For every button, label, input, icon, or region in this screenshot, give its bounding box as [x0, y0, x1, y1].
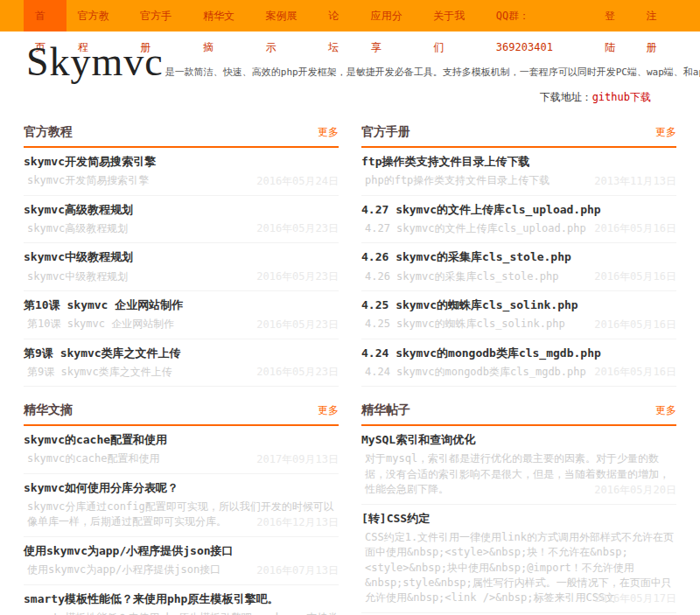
article-title[interactable]: smarty模板性能低？来使用php原生模板引擎吧。 [24, 592, 339, 606]
article-item: skymvc如何使用分库分表呢？ skymvc分库通过config配置即可实现，… [24, 474, 339, 537]
more-link[interactable]: 更多 [655, 125, 676, 140]
nav-item-showcase[interactable]: 案例展示 [254, 0, 317, 31]
article-meta: 4.25 skymvc的蜘蛛库cls_solink.php 2016年05月16… [361, 317, 676, 332]
nav-item-digest[interactable]: 精华文摘 [192, 0, 255, 31]
nav-item-official-tutorials[interactable]: 官方教程 [66, 0, 130, 31]
more-link[interactable]: 更多 [655, 403, 676, 418]
nav-item-home[interactable]: 首页 [24, 0, 66, 31]
section-header: 精华文摘 更多 [24, 395, 339, 426]
article-meta: CSS约定1.文件引用一律使用link的方式调用外部样式不允许在页面中使用&nb… [361, 530, 676, 606]
article-meta: 第9课 skymvc类库之文件上传 2016年05月23日 [24, 365, 339, 380]
article-meta: 4.24 skymvc的mongodb类库cls_mgdb.php 2016年0… [361, 365, 676, 380]
article-item: 4.26 skymvc的采集库cls_stole.php 4.26 skymvc… [361, 243, 676, 291]
section-title: 官方教程 [24, 124, 73, 140]
article-item: skymvc的cache配置和使用 skymvc的cache配置和使用 2017… [24, 426, 339, 474]
article-item: 第9课 skymvc类库之文件上传 第9课 skymvc类库之文件上传 2016… [24, 339, 339, 388]
section-header: 官方手册 更多 [361, 117, 676, 148]
more-link[interactable]: 更多 [318, 125, 339, 140]
login-link[interactable]: 登陆 [593, 0, 634, 31]
logo-row: Skymvc 是一款简洁、快速、高效的php开发框架，是敏捷开发必备工具。支持多… [26, 38, 674, 85]
article-item: 使用skymvc为app/小程序提供json接口 使用skymvc为app/小程… [24, 537, 339, 585]
article-list: skymvc的cache配置和使用 skymvc的cache配置和使用 2017… [24, 426, 339, 615]
navbar-inner: 首页 官方教程 官方手册 精华文摘 案例展示 论坛 应用分享 关于我们 QQ群：… [24, 0, 676, 31]
article-item: MySQL索引和查询优化 对于mysql，索引都是进行优化的最主要的因素。对于少… [361, 426, 676, 504]
article-meta: skymvc中级教程规划 2016年05月23日 [24, 269, 339, 284]
article-title[interactable]: skymvc的cache配置和使用 [24, 433, 339, 447]
nav-qq-group: QQ群：369203401 [485, 0, 593, 31]
section-digest: 精华文摘 更多 skymvc的cache配置和使用 skymvc的cache配置… [24, 395, 339, 615]
article-date: 2016年05月23日 [256, 318, 339, 332]
article-title[interactable]: skymvc高级教程规划 [24, 203, 339, 217]
article-date: 2016年05月23日 [256, 269, 339, 284]
article-item: 4.27 skymvc的文件上传库cls_upload.php 4.27 sky… [361, 196, 676, 244]
register-link[interactable]: 注册 [635, 0, 676, 31]
article-title[interactable]: MySQL索引和查询优化 [361, 433, 676, 447]
section-header: 精华帖子 更多 [361, 395, 676, 426]
section-header: 官方教程 更多 [24, 117, 339, 148]
article-title[interactable]: skymvc开发简易搜索引擎 [24, 155, 339, 169]
article-title[interactable]: skymvc如何使用分库分表呢？ [24, 481, 339, 495]
nav-item-about[interactable]: 关于我们 [422, 0, 485, 31]
article-item: 4.24 skymvc的mongodb类库cls_mgdb.php 4.24 s… [361, 339, 676, 388]
site-logo: Skymvc [26, 38, 164, 85]
download-row: 下载地址：github下载 [26, 85, 674, 105]
article-meta: skymvc的cache配置和使用 2017年09月13日 [24, 451, 339, 466]
article-item: 4.25 skymvc的蜘蛛库cls_solink.php 4.25 skymv… [361, 291, 676, 339]
article-list: MySQL索引和查询优化 对于mysql，索引都是进行优化的最主要的因素。对于少… [361, 426, 676, 613]
article-meta: skymvc高级教程规划 2016年05月23日 [24, 221, 339, 236]
section-title: 官方手册 [361, 124, 410, 140]
article-item: skymvc中级教程规划 skymvc中级教程规划 2016年05月23日 [24, 243, 339, 291]
article-item: skymvc高级教程规划 skymvc高级教程规划 2016年05月23日 [24, 196, 339, 244]
article-title[interactable]: [转]CSS约定 [361, 512, 676, 526]
article-meta: 对于mysql，索引都是进行优化的最主要的因素。对于少量的数据，没有合适的索引影… [361, 451, 676, 497]
article-date: 2013年11月13日 [594, 174, 676, 189]
article-title[interactable]: 第10课 skymvc 企业网站制作 [24, 298, 339, 312]
more-link[interactable]: 更多 [318, 403, 339, 418]
article-date: 2016年05月24日 [256, 174, 339, 189]
article-date: 2016年05月16日 [594, 221, 676, 236]
section-title: 精华文摘 [24, 402, 73, 418]
article-desc: smarty模板性能低？来使用php原生模板引擎吧。 skymvc支持类smar… [24, 611, 339, 615]
article-title[interactable]: 4.26 skymvc的采集库cls_stole.php [361, 250, 676, 264]
download-label: 下载地址： [540, 91, 592, 103]
section-official-manual: 官方手册 更多 ftp操作类支持文件目录上传下载 php的ftp操作类支持文件目… [361, 117, 676, 387]
article-title[interactable]: 4.25 skymvc的蜘蛛库cls_solink.php [361, 298, 676, 312]
article-meta: 第10课 skymvc 企业网站制作 2016年05月23日 [24, 317, 339, 332]
article-meta: smarty模板性能低？来使用php原生模板引擎吧。 skymvc支持类smar… [24, 611, 339, 615]
article-date: 2016年05月20日 [594, 483, 676, 498]
article-list: ftp操作类支持文件目录上传下载 php的ftp操作类支持文件目录上传下载 20… [361, 148, 676, 387]
nav-item-official-manual[interactable]: 官方手册 [129, 0, 192, 31]
article-list: skymvc开发简易搜索引擎 skymvc开发简易搜索引擎 2016年05月24… [24, 148, 339, 387]
article-title[interactable]: 第9课 skymvc类库之文件上传 [24, 346, 339, 360]
site-header: Skymvc 是一款简洁、快速、高效的php开发框架，是敏捷开发必备工具。支持多… [24, 31, 676, 114]
main-content: 官方教程 更多 skymvc开发简易搜索引擎 skymvc开发简易搜索引擎 20… [24, 114, 676, 615]
section-official-tutorials: 官方教程 更多 skymvc开发简易搜索引擎 skymvc开发简易搜索引擎 20… [24, 117, 339, 387]
github-download-link[interactable]: github下载 [592, 91, 651, 103]
site-tagline: 是一款简洁、快速、高效的php开发框架，是敏捷开发必备工具。支持多模板机制，一套… [165, 66, 700, 79]
article-item: 第10课 skymvc 企业网站制作 第10课 skymvc 企业网站制作 20… [24, 291, 339, 339]
top-navbar: 首页 官方教程 官方手册 精华文摘 案例展示 论坛 应用分享 关于我们 QQ群：… [0, 0, 700, 31]
nav-item-app-share[interactable]: 应用分享 [360, 0, 423, 31]
section-top-posts: 精华帖子 更多 MySQL索引和查询优化 对于mysql，索引都是进行优化的最主… [361, 395, 676, 615]
article-title[interactable]: 使用skymvc为app/小程序提供json接口 [24, 544, 339, 558]
article-item: smarty模板性能低？来使用php原生模板引擎吧。 smarty模板性能低？来… [24, 585, 339, 615]
article-title[interactable]: 4.24 skymvc的mongodb类库cls_mgdb.php [361, 346, 676, 360]
article-meta: 4.26 skymvc的采集库cls_stole.php 2016年05月16日 [361, 269, 676, 284]
article-date: 2016年05月16日 [594, 318, 676, 332]
article-title[interactable]: skymvc中级教程规划 [24, 250, 339, 264]
article-date: 2016年07月13日 [256, 563, 339, 578]
article-item: ftp操作类支持文件目录上传下载 php的ftp操作类支持文件目录上传下载 20… [361, 148, 676, 196]
article-date: 2016年05月16日 [594, 269, 676, 284]
article-title[interactable]: 4.27 skymvc的文件上传库cls_upload.php [361, 203, 676, 217]
article-title[interactable]: ftp操作类支持文件目录上传下载 [361, 155, 676, 169]
article-date: 2016年05月23日 [256, 365, 339, 380]
article-item: skymvc开发简易搜索引擎 skymvc开发简易搜索引擎 2016年05月24… [24, 148, 339, 196]
article-meta: skymvc分库通过config配置即可实现，所以我们开发的时候可以像单库一样，… [24, 500, 339, 530]
article-meta: skymvc开发简易搜索引擎 2016年05月24日 [24, 173, 339, 188]
nav-auth: 登陆 注册 [593, 0, 676, 31]
article-meta: 4.27 skymvc的文件上传库cls_upload.php 2016年05月… [361, 221, 676, 236]
article-date: 2016年12月13日 [256, 515, 339, 530]
article-item: [转]CSS约定 CSS约定1.文件引用一律使用link的方式调用外部样式不允许… [361, 505, 676, 613]
article-date: 2016年05月17日 [594, 591, 676, 606]
nav-item-forum[interactable]: 论坛 [317, 0, 360, 31]
